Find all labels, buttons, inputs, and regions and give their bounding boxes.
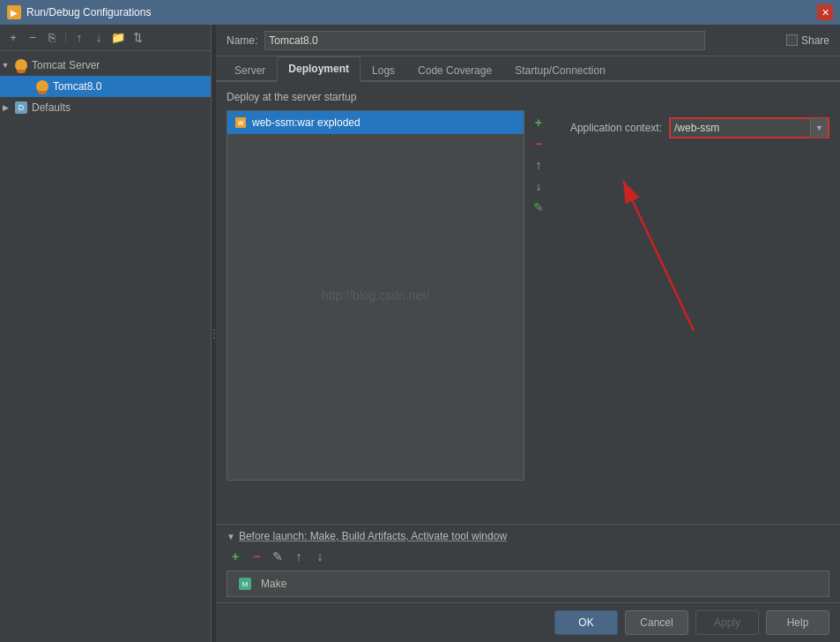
sidebar-item-tomcat-server[interactable]: ▼ Tomcat Server [0,55,211,76]
artifact-label: web-ssm:war exploded [252,116,361,129]
remove-before-launch-button[interactable]: − [248,548,265,565]
help-button[interactable]: Help [766,610,829,635]
before-launch-header: ▼ Before launch: Make, Build Artifacts, … [227,530,829,542]
title-bar: ▶ Run/Debug Configurations ✕ [0,0,840,25]
app-context-area: Application context: ▼ [553,110,829,481]
ok-button[interactable]: OK [554,610,618,635]
sidebar-item-defaults[interactable]: ▶ D Defaults [0,97,211,118]
add-config-button[interactable]: + [5,30,21,46]
share-checkbox[interactable] [786,34,798,46]
name-row: Name: Share [216,25,840,56]
apply-button[interactable]: Apply [695,610,759,635]
tabs-bar: Server Deployment Logs Code Coverage Sta… [216,56,840,82]
annotation-arrow [570,154,747,348]
close-button[interactable]: ✕ [817,4,833,20]
sidebar-toolbar: + − ⎘ ↑ ↓ 📁 ⇅ [0,25,211,51]
edit-artifact-button[interactable]: ✎ [530,198,547,216]
tab-server[interactable]: Server [223,58,277,82]
title-bar-left: ▶ Run/Debug Configurations [7,5,151,19]
expand-tomcat80 [21,81,32,92]
right-panel: Name: Share Server Deployment Logs Code … [216,25,840,642]
sidebar-item-tomcat80[interactable]: Tomcat8.0 [0,76,211,97]
footer: OK Cancel Apply Help [216,602,840,642]
artifact-side-buttons: + − ↑ ↓ ✎ [524,110,553,481]
copy-config-button[interactable]: ⎘ [44,30,60,46]
defaults-icon: D [14,101,28,115]
edit-before-launch-button[interactable]: ✎ [269,548,286,565]
before-launch-item-make[interactable]: M Make [227,573,829,594]
app-context-combo: ▼ [669,117,829,138]
artifact-list: W web-ssm:war exploded http://blog.csdn.… [227,110,524,481]
app-context-label: Application context: [570,122,662,134]
tab-startup-connection[interactable]: Startup/Connection [503,58,617,82]
tomcat-server-label: Tomcat Server [32,59,205,71]
name-input[interactable] [264,31,705,50]
move-up-config-button[interactable]: ↑ [71,30,87,46]
before-launch-section: ▼ Before launch: Make, Build Artifacts, … [216,524,840,602]
artifact-item-web-ssm[interactable]: W web-ssm:war exploded [227,111,524,134]
deploy-section-label: Deploy at the server startup [227,91,829,103]
move-down-artifact-button[interactable]: ↓ [530,177,547,195]
toolbar-separator [65,32,66,44]
window-title: Run/Debug Configurations [26,6,151,19]
watermark-text: http://blog.csdn.net/ [322,288,429,302]
deploy-section: Deploy at the server startup W web-ssm:w… [216,82,840,524]
move-down-before-launch-button[interactable]: ↓ [311,548,329,565]
remove-config-button[interactable]: − [25,30,41,46]
sort-button[interactable]: ⇅ [130,30,145,46]
deploy-area: W web-ssm:war exploded http://blog.csdn.… [227,110,829,481]
tab-logs[interactable]: Logs [361,58,406,82]
move-up-before-launch-button[interactable]: ↑ [290,548,308,565]
move-up-artifact-button[interactable]: ↑ [530,156,547,174]
make-label: Make [261,578,286,590]
sidebar: + − ⎘ ↑ ↓ 📁 ⇅ ▼ Tomcat Server [0,25,212,642]
svg-line-1 [623,181,694,331]
name-label: Name: [227,34,257,47]
window-icon: ▶ [7,5,21,19]
sidebar-tree: ▼ Tomcat Server Tomcat8.0 ▶ [0,51,211,642]
app-context-row: Application context: ▼ [570,117,829,138]
before-launch-toggle[interactable]: ▼ [227,532,235,541]
add-before-launch-button[interactable]: + [227,548,244,565]
main-content: + − ⎘ ↑ ↓ 📁 ⇅ ▼ Tomcat Server [0,25,840,642]
defaults-label: Defaults [32,101,205,114]
expand-tomcat-server[interactable]: ▼ [0,60,11,71]
folder-button[interactable]: 📁 [110,30,126,46]
artifact-icon: W [234,116,247,129]
tab-deployment[interactable]: Deployment [277,56,361,82]
share-row: Share [786,34,829,47]
tab-code-coverage[interactable]: Code Coverage [406,58,503,82]
before-launch-title: Before launch: Make, Build Artifacts, Ac… [239,530,507,542]
tomcat-server-icon [14,58,28,72]
app-context-input[interactable] [671,122,810,134]
cancel-button[interactable]: Cancel [625,610,688,635]
main-window: ▶ Run/Debug Configurations ✕ + − ⎘ ↑ ↓ 📁… [0,0,840,642]
panel-content: Deploy at the server startup W web-ssm:w… [216,82,840,602]
tomcat80-label: Tomcat8.0 [53,80,205,93]
app-context-dropdown-button[interactable]: ▼ [810,118,828,138]
before-launch-list: M Make [227,571,829,597]
make-icon: M [238,577,252,591]
war-icon: W [235,117,246,128]
expand-defaults[interactable]: ▶ [0,102,11,113]
tomcat80-icon [35,79,49,93]
make-icon-shape: M [239,578,251,590]
move-down-config-button[interactable]: ↓ [91,30,107,46]
add-artifact-button[interactable]: + [530,114,547,131]
resize-handle[interactable] [212,25,216,642]
remove-artifact-button[interactable]: − [530,135,547,153]
before-launch-toolbar: + − ✎ ↑ ↓ [227,548,829,565]
share-label: Share [801,34,829,47]
